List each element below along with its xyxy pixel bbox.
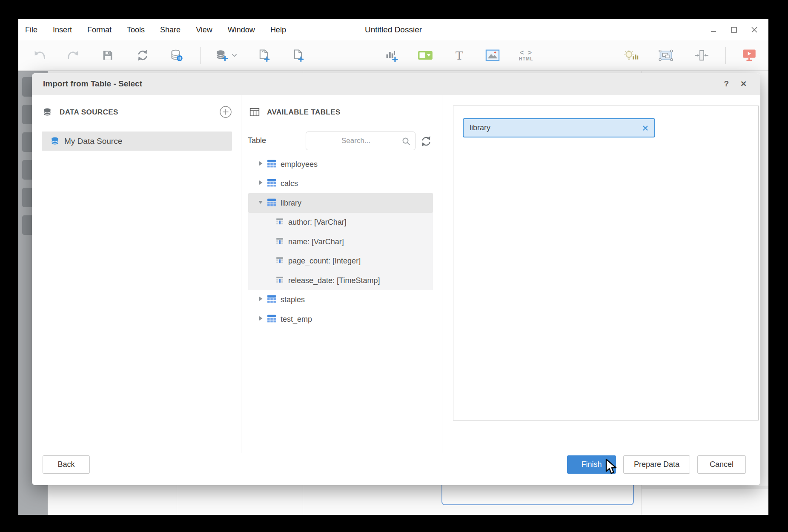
menu-window[interactable]: Window bbox=[228, 26, 255, 34]
dialog-header: Import from Table - Select ? ✕ bbox=[32, 73, 760, 94]
chevron-right-icon[interactable] bbox=[257, 315, 264, 324]
window-controls bbox=[710, 19, 758, 40]
chevron-right-icon[interactable] bbox=[257, 160, 264, 169]
fit-to-window-icon[interactable] bbox=[694, 49, 709, 62]
chevron-right-icon[interactable] bbox=[257, 295, 264, 304]
back-button[interactable]: Back bbox=[43, 455, 90, 474]
prepare-data-button[interactable]: Prepare Data bbox=[623, 455, 690, 474]
table-name: employees bbox=[281, 160, 318, 169]
table-name: test_emp bbox=[281, 315, 312, 323]
column-name: release_date: [TimeStamp] bbox=[288, 276, 380, 285]
column-icon bbox=[275, 275, 284, 286]
data-sources-title: DATA SOURCES bbox=[60, 108, 118, 117]
close-icon[interactable] bbox=[751, 26, 758, 34]
add-visualization-icon[interactable] bbox=[384, 48, 399, 63]
refresh-tables-icon[interactable] bbox=[420, 135, 432, 149]
add-data-source-button[interactable] bbox=[219, 106, 232, 118]
database-status-icon[interactable] bbox=[170, 49, 183, 62]
column-icon bbox=[275, 217, 284, 227]
tree-item-calcs[interactable]: calcs bbox=[241, 174, 442, 194]
data-source-label: My Data Source bbox=[64, 137, 122, 146]
tables-tree: employees calcs library bbox=[241, 154, 442, 329]
tree-item-employees[interactable]: employees bbox=[241, 154, 442, 174]
add-html-icon[interactable]: < > HTML bbox=[519, 50, 533, 61]
insights-icon[interactable] bbox=[624, 48, 639, 63]
dialog-title: Import from Table - Select bbox=[43, 73, 142, 94]
tree-item-library[interactable]: library bbox=[241, 193, 442, 213]
add-image-icon[interactable] bbox=[485, 49, 500, 61]
tree-column-release-date[interactable]: release_date: [TimeStamp] bbox=[241, 271, 442, 290]
chip-label: library bbox=[470, 123, 642, 132]
dialog-body: DATA SOURCES My Data Source AVAILABLE TA… bbox=[32, 95, 760, 453]
table-icon bbox=[267, 314, 276, 325]
title-bar: File Insert Format Tools Share View Wind… bbox=[18, 19, 768, 40]
footer-actions: Finish Prepare Data Cancel bbox=[567, 455, 746, 474]
chevron-down-icon bbox=[232, 53, 238, 57]
column-name: page_count: [Integer] bbox=[288, 257, 361, 266]
table-name: library bbox=[281, 198, 301, 207]
maximize-icon[interactable] bbox=[730, 26, 738, 34]
redo-icon[interactable] bbox=[66, 49, 79, 62]
tree-column-name[interactable]: name: [VarChar] bbox=[241, 232, 442, 252]
database-icon-blue bbox=[50, 136, 60, 146]
tree-item-staples[interactable]: staples bbox=[241, 290, 442, 310]
column-icon bbox=[275, 237, 284, 247]
menu-bar: File Insert Format Tools Share View Wind… bbox=[25, 19, 286, 40]
help-icon[interactable]: ? bbox=[724, 73, 729, 94]
add-filter-icon[interactable] bbox=[418, 50, 433, 61]
tree-column-author[interactable]: author: [VarChar] bbox=[241, 213, 442, 232]
format-container-icon[interactable] bbox=[658, 49, 673, 62]
menu-format[interactable]: Format bbox=[87, 26, 112, 34]
menu-help[interactable]: Help bbox=[270, 26, 286, 34]
database-icon bbox=[43, 107, 53, 117]
menu-insert[interactable]: Insert bbox=[53, 26, 72, 34]
menu-view[interactable]: View bbox=[196, 26, 212, 34]
table-name: staples bbox=[281, 295, 305, 304]
dialog-close-icon[interactable]: ✕ bbox=[740, 73, 747, 94]
menu-tools[interactable]: Tools bbox=[127, 26, 145, 34]
table-icon bbox=[267, 197, 276, 209]
present-icon[interactable] bbox=[742, 49, 756, 62]
chevron-right-icon[interactable] bbox=[257, 179, 264, 188]
data-sources-header: DATA SOURCES bbox=[43, 106, 118, 119]
table-icon bbox=[267, 294, 276, 305]
menu-share[interactable]: Share bbox=[160, 26, 181, 34]
canvas-panel-edge bbox=[642, 486, 768, 489]
available-tables-header: AVAILABLE TABLES bbox=[249, 106, 341, 119]
table-name: calcs bbox=[281, 179, 298, 188]
available-tables-title: AVAILABLE TABLES bbox=[267, 108, 341, 117]
refresh-icon[interactable] bbox=[136, 49, 149, 62]
available-tables-panel: AVAILABLE TABLES Table employe bbox=[241, 95, 442, 453]
data-sources-panel: DATA SOURCES My Data Source bbox=[32, 95, 241, 453]
tree-item-test-emp[interactable]: test_emp bbox=[241, 309, 442, 329]
remove-chip-icon[interactable] bbox=[642, 125, 649, 132]
table-filter-label: Table bbox=[248, 136, 266, 145]
search-input[interactable] bbox=[306, 132, 415, 150]
minimize-icon[interactable] bbox=[710, 26, 717, 34]
table-grid-icon bbox=[249, 107, 260, 118]
toolbar: T < > HTML bbox=[18, 40, 768, 71]
data-source-item[interactable]: My Data Source bbox=[42, 132, 232, 151]
toolbar-divider bbox=[725, 47, 726, 64]
cancel-button[interactable]: Cancel bbox=[697, 455, 746, 474]
import-from-table-dialog: Import from Table - Select ? ✕ DATA SOUR… bbox=[32, 73, 760, 485]
table-icon bbox=[267, 159, 276, 170]
undo-icon[interactable] bbox=[34, 49, 46, 62]
save-icon[interactable] bbox=[101, 49, 114, 62]
insert-page-icon[interactable] bbox=[257, 49, 271, 62]
selected-tables-box: library bbox=[453, 106, 759, 420]
column-name: name: [VarChar] bbox=[288, 237, 344, 246]
add-text-icon[interactable]: T bbox=[456, 49, 463, 62]
selected-table-chip[interactable]: library bbox=[463, 118, 655, 137]
chevron-down-icon[interactable] bbox=[257, 198, 264, 208]
search-icon[interactable] bbox=[401, 136, 411, 148]
add-data-button[interactable] bbox=[215, 49, 238, 62]
app-window: File Insert Format Tools Share View Wind… bbox=[18, 19, 768, 515]
table-icon bbox=[267, 178, 276, 189]
tree-column-page-count[interactable]: page_count: [Integer] bbox=[241, 252, 442, 271]
finish-button[interactable]: Finish bbox=[567, 455, 616, 474]
insert-document-icon[interactable] bbox=[291, 49, 305, 62]
table-search bbox=[306, 132, 415, 150]
selection-panel: library bbox=[442, 95, 760, 453]
menu-file[interactable]: File bbox=[25, 26, 37, 34]
